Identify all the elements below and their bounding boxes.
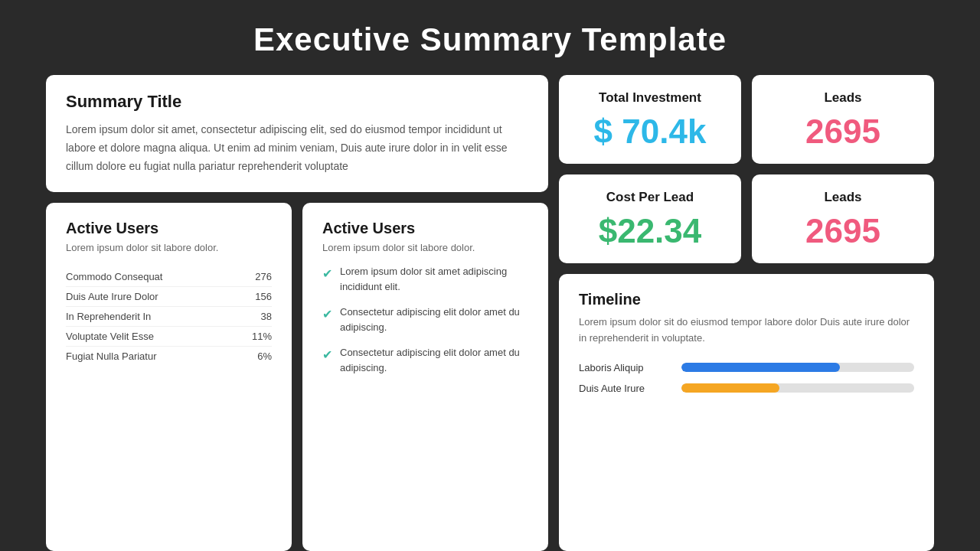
bar-label: Duis Aute Irure <box>579 383 671 394</box>
stat-value: 6% <box>257 350 272 362</box>
list-item: Commodo Consequat276 <box>66 267 272 287</box>
list-item: Duis Aute Irure Dolor156 <box>66 287 272 307</box>
cost-per-lead-label: Cost Per Lead <box>574 190 726 205</box>
leads-card-2: Leads 2695 <box>752 174 934 263</box>
leads-card-1: Leads 2695 <box>752 75 934 164</box>
total-investment-value: $ 70.4k <box>574 115 726 148</box>
checklist: ✔Lorem ipsum dolor sit amet adipiscing i… <box>322 264 528 375</box>
stat-value: 156 <box>255 291 272 302</box>
stat-label: Commodo Consequat <box>66 271 162 282</box>
stat-label: Fugiat Nulla Pariatur <box>66 350 157 362</box>
active-users-2-subtitle: Lorem ipsum dolor sit labore dolor. <box>322 242 528 253</box>
check-text: Consectetur adipiscing elit dolor amet d… <box>340 345 528 375</box>
stat-value: 11% <box>252 331 272 342</box>
metrics-second-row: Cost Per Lead $22.34 Leads 2695 <box>559 174 934 263</box>
summary-card: Summary Title Lorem ipsum dolor sit amet… <box>46 75 548 192</box>
right-column: Total Investment $ 70.4k Leads 2695 Cost… <box>559 75 934 551</box>
leads-1-label: Leads <box>767 90 919 106</box>
list-item: ✔Consectetur adipiscing elit dolor amet … <box>322 305 528 334</box>
timeline-title: Timeline <box>579 291 914 308</box>
list-item: In Reprehenderit In38 <box>66 307 272 327</box>
leads-2-label: Leads <box>767 190 919 205</box>
bar-fill <box>681 383 779 393</box>
stat-value: 276 <box>255 271 272 282</box>
active-users-1-subtitle: Lorem ipsum dolor sit labore dolor. <box>66 242 272 253</box>
list-item: Fugiat Nulla Pariatur6% <box>66 347 272 366</box>
page-title: Executive Summary Template <box>253 0 727 75</box>
bar-track <box>681 383 914 393</box>
active-users-card-2: Active Users Lorem ipsum dolor sit labor… <box>302 203 548 551</box>
timeline-bar-row: Laboris Aliquip <box>579 362 914 373</box>
total-investment-card: Total Investment $ 70.4k <box>559 75 741 164</box>
summary-title: Summary Title <box>66 92 528 112</box>
timeline-bar-row: Duis Aute Irure <box>579 383 914 394</box>
bar-label: Laboris Aliquip <box>579 362 671 373</box>
active-users-card-1: Active Users Lorem ipsum dolor sit labor… <box>46 203 292 551</box>
cost-per-lead-card: Cost Per Lead $22.34 <box>559 174 741 263</box>
check-icon: ✔ <box>322 305 332 324</box>
list-item: Voluptate Velit Esse11% <box>66 327 272 347</box>
list-item: ✔Consectetur adipiscing elit dolor amet … <box>322 345 528 375</box>
main-grid: Summary Title Lorem ipsum dolor sit amet… <box>46 75 934 551</box>
bottom-row: Active Users Lorem ipsum dolor sit labor… <box>46 203 548 551</box>
summary-body: Lorem ipsum dolor sit amet, consectetur … <box>66 121 528 175</box>
stat-label: Voluptate Velit Esse <box>66 331 154 342</box>
stat-list: Commodo Consequat276Duis Aute Irure Dolo… <box>66 267 272 366</box>
check-text: Consectetur adipiscing elit dolor amet d… <box>340 305 528 334</box>
metrics-top-row: Total Investment $ 70.4k Leads 2695 <box>559 75 934 164</box>
timeline-bars: Laboris Aliquip Duis Aute Irure <box>579 362 914 394</box>
stat-value: 38 <box>261 311 272 322</box>
leads-1-value: 2695 <box>767 115 919 148</box>
timeline-body: Lorem ipsum dolor sit do eiusmod tempor … <box>579 315 914 347</box>
stat-label: Duis Aute Irure Dolor <box>66 291 158 302</box>
stat-label: In Reprehenderit In <box>66 311 151 322</box>
list-item: ✔Lorem ipsum dolor sit amet adipiscing i… <box>322 264 528 294</box>
check-icon: ✔ <box>322 265 332 283</box>
left-column: Summary Title Lorem ipsum dolor sit amet… <box>46 75 548 551</box>
active-users-2-title: Active Users <box>322 220 528 237</box>
active-users-1-title: Active Users <box>66 220 272 237</box>
total-investment-label: Total Investment <box>574 90 726 106</box>
bar-track <box>681 363 914 372</box>
check-icon: ✔ <box>322 346 332 364</box>
leads-2-value: 2695 <box>767 214 919 248</box>
check-text: Lorem ipsum dolor sit amet adipiscing in… <box>340 264 528 294</box>
bar-fill <box>681 363 840 372</box>
cost-per-lead-value: $22.34 <box>574 214 726 248</box>
timeline-card: Timeline Lorem ipsum dolor sit do eiusmo… <box>559 274 934 551</box>
